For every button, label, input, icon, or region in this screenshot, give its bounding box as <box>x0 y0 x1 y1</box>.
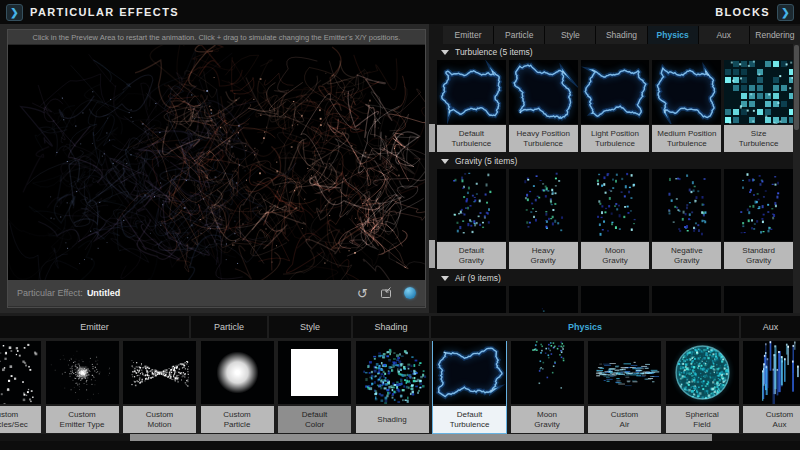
chain-group-shading[interactable]: Shading <box>353 316 429 338</box>
chain-label[interactable]: Default Color <box>278 406 351 433</box>
preview-footer-icons: ↺ <box>357 286 416 300</box>
chain-item[interactable]: Custom Emitter Type <box>46 341 119 433</box>
chain-thumb[interactable] <box>123 341 196 404</box>
block-thumb[interactable] <box>724 60 793 124</box>
chevron-right-icon[interactable]: ❯ <box>6 4 23 21</box>
blocks-vertical-scrollbar[interactable] <box>793 44 800 313</box>
chain-group-particle[interactable]: Particle <box>191 316 267 338</box>
bowtie-thumbnail <box>123 341 196 404</box>
chain-item[interactable]: Custom Particles/Sec <box>0 341 41 433</box>
chain-item[interactable]: Default Turbulence <box>433 341 506 433</box>
block-thumb[interactable] <box>724 169 793 241</box>
block-thumb[interactable] <box>509 286 578 313</box>
block-thumb[interactable] <box>652 169 721 241</box>
block-thumb[interactable] <box>437 169 506 241</box>
section-header-gravity[interactable]: Gravity (5 items) <box>437 153 793 169</box>
chain-thumb[interactable] <box>743 341 800 404</box>
tab-physics[interactable]: Physics <box>647 26 698 44</box>
tab-rendering[interactable]: Rendering <box>749 26 800 44</box>
turb-thumbnail <box>437 60 506 124</box>
section-title: Air (9 items) <box>455 273 501 283</box>
block-label[interactable]: Standard Gravity <box>724 242 793 269</box>
chain-group-emitter[interactable]: Emitter <box>0 316 189 338</box>
clipped-column-edge <box>429 124 435 152</box>
tab-aux[interactable]: Aux <box>698 26 749 44</box>
tab-style[interactable]: Style <box>544 26 595 44</box>
reset-icon[interactable]: ↺ <box>357 287 368 300</box>
chain-item[interactable]: Default Color <box>278 341 351 433</box>
scrollbar-thumb[interactable] <box>794 45 799 130</box>
tab-particle[interactable]: Particle <box>493 26 544 44</box>
chain-thumb[interactable] <box>0 341 41 404</box>
chain-label[interactable]: Shading <box>356 406 429 433</box>
turb-thumbnail <box>652 60 721 124</box>
block-label[interactable]: Negative Gravity <box>652 242 721 269</box>
chain-item[interactable]: Shading <box>356 341 429 433</box>
chain-item[interactable]: Spherical Field <box>666 341 739 433</box>
chain-item[interactable]: Custom Particle <box>201 341 274 433</box>
blob-thumbnail <box>201 341 274 404</box>
tab-emitter[interactable]: Emitter <box>443 26 493 44</box>
tab-shading[interactable]: Shading <box>595 26 646 44</box>
chain-thumb[interactable] <box>588 341 661 404</box>
chain-horizontal-scrollbar[interactable] <box>0 434 800 441</box>
chain-label[interactable]: Custom Particles/Sec <box>0 406 41 433</box>
effect-name-label: Particular Effect: <box>17 288 83 298</box>
chain-label[interactable]: Moon Gravity <box>511 406 584 433</box>
section-header-air[interactable]: Air (9 items) <box>437 270 793 286</box>
collapse-triangle-icon <box>441 276 449 281</box>
chevron-right-icon[interactable]: ❯ <box>777 4 794 21</box>
block-thumb[interactable] <box>652 286 721 313</box>
scatter-thumbnail <box>0 341 41 404</box>
block-label[interactable]: Size Turbulence <box>724 125 793 152</box>
chain-thumb[interactable] <box>46 341 119 404</box>
block-label[interactable]: Heavy Position Turbulence <box>509 125 578 152</box>
chain-label[interactable]: Custom Particle <box>201 406 274 433</box>
chain-thumb[interactable] <box>666 341 739 404</box>
block-thumb[interactable] <box>509 60 578 124</box>
chain-item[interactable]: Custom Aux <box>743 341 800 433</box>
chain-thumb[interactable] <box>433 341 506 404</box>
block-thumb[interactable] <box>652 60 721 124</box>
chain-item[interactable]: Custom Motion <box>123 341 196 433</box>
air-thumbnail <box>581 286 650 313</box>
section-header-turbulence[interactable]: Turbulence (5 items) <box>437 44 793 60</box>
block-label[interactable]: Heavy Gravity <box>509 242 578 269</box>
block-thumb[interactable] <box>581 169 650 241</box>
save-preset-icon[interactable] <box>379 286 393 300</box>
block-label[interactable]: Moon Gravity <box>581 242 650 269</box>
block-thumb[interactable] <box>581 286 650 313</box>
section-thumb-grid <box>437 60 793 124</box>
block-label[interactable]: Default Gravity <box>437 242 506 269</box>
chain-label[interactable]: Spherical Field <box>666 406 739 433</box>
scrollbar-thumb[interactable] <box>130 434 712 441</box>
chain-label[interactable]: Custom Motion <box>123 406 196 433</box>
chain-thumb[interactable] <box>356 341 429 404</box>
chain-label[interactable]: Default Turbulence <box>433 406 506 433</box>
chain-group-aux[interactable]: Aux <box>741 316 800 338</box>
chain-label[interactable]: Custom Air <box>588 406 661 433</box>
chain-label[interactable]: Custom Aux <box>743 406 800 433</box>
effects-panel-title: PARTICULAR EFFECTS <box>30 6 179 18</box>
block-thumb[interactable] <box>581 60 650 124</box>
chain-thumb[interactable] <box>278 341 351 404</box>
block-thumb[interactable] <box>724 286 793 313</box>
block-label[interactable]: Default Turbulence <box>437 125 506 152</box>
chain-item[interactable]: Custom Air <box>588 341 661 433</box>
chain-group-style[interactable]: Style <box>269 316 351 338</box>
turbsize-thumbnail <box>724 60 793 124</box>
preview-canvas[interactable] <box>8 45 425 280</box>
help-icon[interactable] <box>404 287 416 299</box>
air-thumbnail <box>724 286 793 313</box>
block-thumb[interactable] <box>509 169 578 241</box>
block-label[interactable]: Light Position Turbulence <box>581 125 650 152</box>
block-label[interactable]: Medium Position Turbulence <box>652 125 721 152</box>
chain-thumb[interactable] <box>201 341 274 404</box>
block-thumb[interactable] <box>437 286 506 313</box>
chain-group-physics[interactable]: Physics <box>431 316 739 338</box>
chain-label[interactable]: Custom Emitter Type <box>46 406 119 433</box>
block-thumb[interactable] <box>437 60 506 124</box>
chain-thumb[interactable] <box>511 341 584 404</box>
chain-item[interactable]: Moon Gravity <box>511 341 584 433</box>
top-bar-right: BLOCKS ❯ <box>715 4 794 21</box>
